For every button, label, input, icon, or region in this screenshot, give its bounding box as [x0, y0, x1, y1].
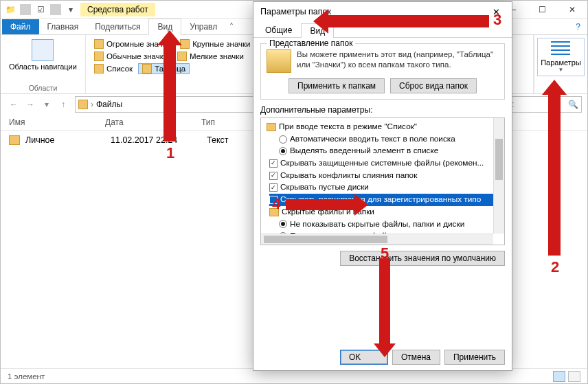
- properties-icon[interactable]: ☑: [35, 4, 46, 15]
- status-text: 1 элемент: [8, 372, 45, 381]
- chevron-down-icon[interactable]: ▾: [65, 4, 76, 15]
- column-date[interactable]: Дата: [105, 117, 201, 127]
- navigation-pane-button[interactable]: Область навигации: [5, 38, 81, 72]
- fieldset-description: Вы можете применить этот вид (например, …: [297, 49, 499, 70]
- breadcrumb[interactable]: Файлы: [96, 100, 122, 109]
- radio-icon: [279, 147, 287, 155]
- layout-icon: [142, 64, 152, 74]
- scrollbar-thumb[interactable]: [264, 236, 387, 243]
- details-view-icon[interactable]: [553, 371, 565, 382]
- help-icon[interactable]: ?: [569, 19, 587, 34]
- vertical-scrollbar[interactable]: [493, 118, 504, 234]
- radio-icon: [279, 220, 287, 228]
- tab-home[interactable]: Главная: [39, 19, 87, 34]
- dialog-footer: OK Отмена Применить: [340, 350, 505, 365]
- checkbox-icon: ✓: [269, 159, 278, 168]
- tab-share[interactable]: Поделиться: [87, 19, 148, 34]
- separator-icon: [50, 4, 61, 15]
- scrollbar-thumb[interactable]: [495, 139, 503, 180]
- close-button[interactable]: ✕: [557, 1, 587, 19]
- contextual-tab-caption: Средства работ: [80, 3, 155, 16]
- search-icon: 🔍: [568, 100, 578, 109]
- checkbox-icon: ✓: [269, 183, 278, 192]
- options-icon: [551, 41, 570, 56]
- view-mode-icons: [553, 371, 580, 382]
- radio-icon: [279, 135, 287, 144]
- navigation-pane-label: Область навигации: [9, 63, 77, 71]
- up-button[interactable]: ↑: [56, 97, 71, 112]
- column-name[interactable]: Имя: [9, 117, 105, 127]
- layout-icon: [94, 64, 104, 74]
- apply-to-folders-button[interactable]: Применить к папкам: [289, 78, 385, 93]
- folder-icon: 📁: [5, 4, 16, 15]
- quick-access-toolbar: 📁 ☑ ▾: [1, 4, 80, 15]
- horizontal-scrollbar[interactable]: [261, 234, 493, 245]
- chevron-right-icon: ›: [91, 100, 93, 109]
- separator-icon: [20, 4, 31, 15]
- folder-icon: [78, 100, 88, 109]
- option-dont-show-hidden[interactable]: Не показывать скрытые файлы, папки и дис…: [279, 218, 503, 231]
- folder-icon: [267, 123, 276, 131]
- tab-file[interactable]: Файл: [2, 19, 39, 34]
- checkbox-icon: ✓: [269, 172, 278, 180]
- apply-button[interactable]: Применить: [444, 350, 505, 365]
- back-button[interactable]: ←: [6, 97, 21, 112]
- layout-large-icons[interactable]: Крупные значки: [176, 38, 254, 49]
- navigation-pane-icon: [32, 39, 54, 61]
- item-date: 11.02.2017 22:24: [111, 135, 207, 145]
- cancel-button[interactable]: Отмена: [392, 350, 440, 365]
- options-label: Параметры: [541, 58, 581, 67]
- history-chevron-icon[interactable]: ▾: [39, 97, 54, 112]
- layout-icon: [94, 52, 104, 61]
- option-hide-protected[interactable]: ✓Скрывать защищенные системные файлы (ре…: [269, 157, 503, 170]
- maximize-button[interactable]: ☐: [527, 1, 557, 19]
- chevron-down-icon: ▼: [558, 67, 564, 73]
- option-auto-type[interactable]: Автоматически вводить текст в поле поиск…: [279, 133, 503, 146]
- collapse-ribbon-icon[interactable]: ˄: [225, 19, 238, 34]
- layout-list[interactable]: Список: [90, 63, 137, 74]
- folder-icon: [267, 49, 291, 73]
- tab-manage[interactable]: Управл: [181, 19, 225, 34]
- advanced-settings-label: Дополнительные параметры:: [260, 105, 505, 115]
- thumbnails-view-icon[interactable]: [568, 371, 580, 382]
- reset-folders-button[interactable]: Сброс вида папок: [390, 78, 477, 93]
- dialog-body: Представление папок Вы можете применить …: [253, 38, 512, 270]
- option-hide-merge[interactable]: ✓Скрывать конфликты слияния папок: [269, 170, 503, 182]
- layout-small-icons[interactable]: Мелкие значки: [173, 51, 248, 62]
- group-panes: Область навигации Области: [1, 35, 86, 93]
- layout-icon: [94, 39, 104, 49]
- restore-defaults-button[interactable]: Восстановить значения по умолчанию: [340, 251, 505, 266]
- tree-content: При вводе текста в режиме "Список" Автом…: [261, 118, 504, 245]
- layout-medium-icons[interactable]: Обычные значки: [90, 51, 172, 62]
- option-hide-empty[interactable]: ✓Скрывать пустые диски: [269, 181, 503, 194]
- folder-view-fieldset: Представление папок Вы можете применить …: [260, 43, 505, 100]
- dialog-tab-general[interactable]: Общие: [256, 23, 301, 37]
- folder-icon: [9, 135, 20, 145]
- nav-arrows: ← → ▾ ↑: [6, 97, 71, 112]
- item-name: Личное: [25, 135, 111, 145]
- group-label: Области: [5, 82, 81, 92]
- fieldset-legend: Представление папок: [267, 38, 355, 48]
- option-highlight[interactable]: Выделять введенный элемент в списке: [279, 145, 503, 157]
- advanced-settings-tree: При вводе текста в режиме "Список" Автом…: [260, 117, 505, 245]
- layout-icon: [177, 52, 187, 61]
- forward-button[interactable]: →: [23, 97, 38, 112]
- options-button[interactable]: Параметры ▼: [537, 38, 585, 76]
- tree-group: При вводе текста в режиме "Список": [267, 121, 503, 133]
